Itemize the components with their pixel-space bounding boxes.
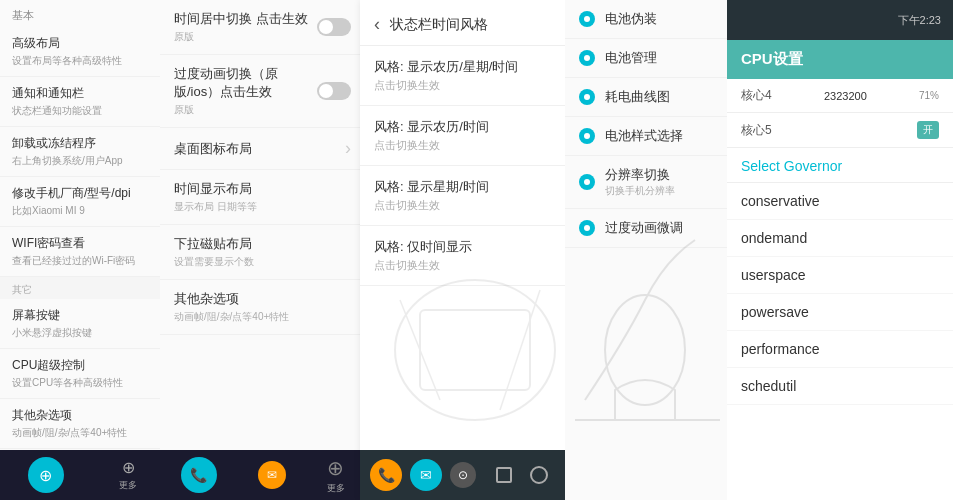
toggle-switch[interactable] (317, 82, 351, 100)
item-title: WIFI密码查看 (12, 235, 153, 252)
svg-point-0 (395, 280, 555, 420)
message-nav-icon[interactable]: ✉ (258, 461, 286, 489)
list-item[interactable]: 时间显示布局 显示布局 日期等等 (160, 170, 365, 225)
governor-option-performance[interactable]: performance (727, 331, 953, 368)
more-button[interactable]: ⊕ 更多 (119, 458, 137, 492)
governor-option-userspace[interactable]: userspace (727, 257, 953, 294)
chevron-right-icon: › (345, 138, 351, 159)
item-title: CPU超级控制 (12, 357, 153, 374)
list-item[interactable]: 高级布局 设置布局等各种高级特性 (0, 27, 165, 77)
item-label: 电池伪装 (605, 10, 657, 28)
list-item[interactable]: WIFI密码查看 查看已经接过过的Wi-Fi密码 (0, 227, 165, 277)
list-item[interactable]: 风格: 显示农历/时间 点击切换生效 (360, 106, 590, 166)
list-item-radio[interactable]: 电池样式选择 (565, 117, 730, 156)
home-nav-icon[interactable]: ⊕ (28, 457, 64, 493)
item-title: 风格: 显示星期/时间 (374, 178, 576, 196)
radio-button[interactable] (579, 11, 595, 27)
list-item-radio[interactable]: 电池管理 (565, 39, 730, 78)
governor-title: Select Governor (727, 148, 953, 183)
item-subtitle: 比如Xiaomi MI 9 (12, 204, 153, 218)
core5-badge: 开 (917, 121, 939, 139)
item-title: 风格: 仅时间显示 (374, 238, 576, 256)
list-item-toggle[interactable]: 时间居中切换 点击生效 原版 (160, 0, 365, 55)
list-item-toggle[interactable]: 过度动画切换（原版/ios）点击生效 原版 (160, 55, 365, 128)
panel3-header: ‹ 状态栏时间风格 (360, 0, 590, 46)
item-subtitle: 右上角切换系统/用户App (12, 154, 153, 168)
radio-button[interactable] (579, 174, 595, 190)
item-subtitle: 点击切换生效 (374, 138, 576, 153)
item-subtitle: 原版 (174, 30, 308, 44)
item-subtitle: 设置CPU等各种高级特性 (12, 376, 153, 390)
item-title: 桌面图标布局 (174, 140, 252, 158)
camera-icon[interactable]: ⊙ (450, 462, 476, 488)
radio-button[interactable] (579, 89, 595, 105)
item-title: 通知和通知栏 (12, 85, 153, 102)
item-label: 分辨率切换 (605, 166, 675, 184)
item-sublabel: 切换手机分辨率 (605, 184, 675, 198)
list-item-radio[interactable]: 分辨率切换 切换手机分辨率 (565, 156, 730, 209)
svg-line-2 (500, 290, 540, 410)
radio-button[interactable] (579, 128, 595, 144)
toggle-switch[interactable] (317, 18, 351, 36)
list-item-radio[interactable]: 电池伪装 (565, 0, 730, 39)
panel2-navigation: 📞 ✉ ⊕ 更多 (160, 450, 365, 500)
list-item[interactable]: 卸载或冻结程序 右上角切换系统/用户App (0, 127, 165, 177)
more-button[interactable]: ⊕ 更多 (327, 456, 345, 495)
message-icon[interactable]: ✉ (410, 459, 442, 491)
item-subtitle: 点击切换生效 (374, 78, 576, 93)
item-subtitle: 小米悬浮虚拟按键 (12, 326, 153, 340)
list-item[interactable]: 下拉磁贴布局 设置需要显示个数 (160, 225, 365, 280)
governor-option-ondemand[interactable]: ondemand (727, 220, 953, 257)
circle-nav-button[interactable] (530, 466, 548, 484)
item-label: 过度动画微调 (605, 219, 683, 237)
item-subtitle: 设置布局等各种高级特性 (12, 54, 153, 68)
list-item-radio[interactable]: 耗电曲线图 (565, 78, 730, 117)
governor-option-conservative[interactable]: conservative (727, 183, 953, 220)
list-item[interactable]: 风格: 仅时间显示 点击切换生效 (360, 226, 590, 286)
time-display: 下午2:23 (898, 13, 941, 28)
phone-icon[interactable]: 📞 (370, 459, 402, 491)
governor-option-schedutil[interactable]: schedutil (727, 368, 953, 405)
item-label: 耗电曲线图 (605, 88, 670, 106)
cpu-core5-row: 核心5 开 (727, 113, 953, 148)
svg-rect-3 (420, 310, 530, 390)
item-title: 风格: 显示农历/时间 (374, 118, 576, 136)
more-label: 更多 (119, 479, 137, 492)
list-item[interactable]: 风格: 显示星期/时间 点击切换生效 (360, 166, 590, 226)
radio-button[interactable] (579, 220, 595, 236)
list-item[interactable]: 修改手机厂商/型号/dpi 比如Xiaomi MI 9 (0, 177, 165, 227)
item-title: 风格: 显示农历/星期/时间 (374, 58, 576, 76)
item-title: 时间显示布局 (174, 180, 257, 198)
list-item[interactable]: CPU超级控制 设置CPU等各种高级特性 (0, 349, 165, 399)
svg-point-4 (605, 295, 685, 405)
list-item-radio[interactable]: 过度动画微调 (565, 209, 730, 248)
list-item[interactable]: 屏幕按键 小米悬浮虚拟按键 (0, 299, 165, 349)
phone-nav-icon[interactable]: 📞 (181, 457, 217, 493)
item-title: 过度动画切换（原版/ios）点击生效 (174, 65, 317, 101)
item-label: 电池管理 (605, 49, 657, 67)
list-item[interactable]: 其他杂选项 动画帧/阻/杂/点等40+特性 (160, 280, 365, 335)
square-nav-button[interactable] (496, 467, 512, 483)
core4-percent: 71% (919, 90, 939, 101)
governor-option-powersave[interactable]: powersave (727, 294, 953, 331)
item-subtitle: 查看已经接过过的Wi-Fi密码 (12, 254, 153, 268)
item-title: 时间居中切换 点击生效 (174, 10, 308, 28)
panel-statusbar-time: ‹ 状态栏时间风格 风格: 显示农历/星期/时间 点击切换生效 风格: 显示农历… (360, 0, 590, 500)
phone-amber-icon: 📞 ✉ ⊙ (370, 459, 476, 491)
back-arrow-icon[interactable]: ‹ (374, 14, 380, 35)
panel-basic-settings: 基本 高级布局 设置布局等各种高级特性 通知和通知栏 状态栏通知功能设置 卸载或… (0, 0, 165, 500)
item-title: 其他杂选项 (174, 290, 289, 308)
more-icon: ⊕ (327, 456, 344, 480)
panel-toggle-settings: 时间居中切换 点击生效 原版 过度动画切换（原版/ios）点击生效 原版 桌面图… (160, 0, 365, 500)
list-item[interactable]: 通知和通知栏 状态栏通知功能设置 (0, 77, 165, 127)
list-item[interactable]: 桌面图标布局 › (160, 128, 365, 170)
more-label: 更多 (327, 482, 345, 495)
item-subtitle: 点击切换生效 (374, 258, 576, 273)
panel3-title: 状态栏时间风格 (390, 16, 488, 34)
list-item[interactable]: 风格: 显示农历/星期/时间 点击切换生效 (360, 46, 590, 106)
panel-cpu-settings: 下午2:23 CPU设置 核心4 2323200 71% 核心5 开 Selec… (727, 0, 953, 500)
core4-value: 2323200 (824, 90, 867, 102)
radio-button[interactable] (579, 50, 595, 66)
section-header-other: 其它 (0, 277, 165, 299)
list-item[interactable]: 其他杂选项 动画帧/阻/杂/点等40+特性 (0, 399, 165, 449)
